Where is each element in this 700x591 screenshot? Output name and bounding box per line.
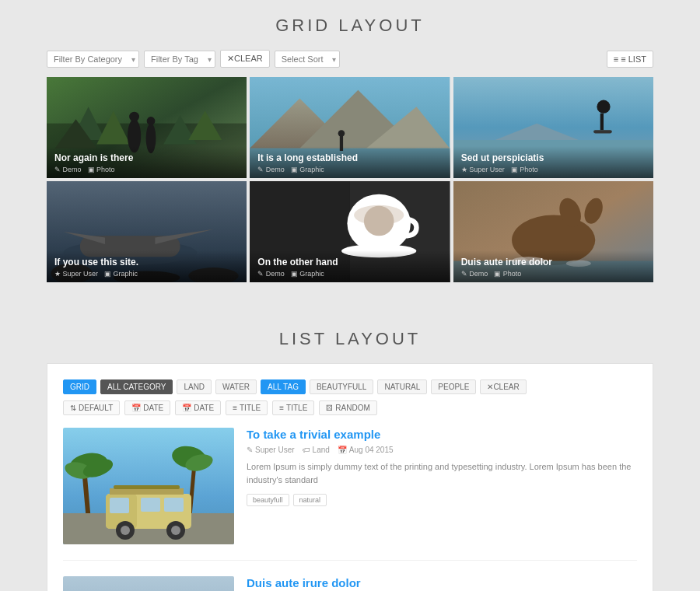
list-tag-beautyfull: beautyfull (247, 494, 289, 506)
grid-item-2-meta: ✎ Demo ▣ Graphic (257, 166, 442, 173)
list-item-2: Duis aute irure dolor ✎ Super User 🏷 Wat… (63, 576, 637, 591)
svg-point-10 (147, 117, 156, 125)
grid-item-1-meta: ✎ Demo ▣ Photo (54, 166, 239, 173)
svg-rect-60 (141, 498, 160, 512)
svg-rect-66 (110, 488, 184, 495)
filter-land-btn[interactable]: LAND (177, 379, 212, 394)
list-label: ≡ LIST (621, 54, 646, 64)
svg-rect-68 (63, 576, 234, 591)
grid-item-4-tag-2: ▣ Graphic (104, 270, 138, 278)
list-icon: ≡ (614, 54, 618, 64)
grid-item-5-tag-2: ▣ Graphic (291, 270, 324, 278)
grid-item-3-meta: ★ Super User ▣ Photo (461, 166, 646, 173)
list-content-2: Duis aute irure dolor ✎ Super User 🏷 Wat… (247, 576, 637, 591)
sort-title-desc-btn[interactable]: ≡ TITLE (272, 400, 314, 415)
grid-filter-bar: Filter By Category Filter By Tag ✕CLEAR … (47, 50, 653, 68)
svg-point-8 (129, 112, 139, 122)
svg-rect-59 (110, 498, 129, 513)
filter-water-btn[interactable]: WATER (215, 379, 257, 394)
svg-rect-20 (600, 114, 603, 130)
sort-bar: ⇅ DEFAULT 📅 DATE 📅 DATE ≡ TITLE ≡ TITLE … (63, 400, 637, 415)
sort-default-btn[interactable]: ⇅ DEFAULT (63, 400, 120, 415)
sort-date-asc-btn[interactable]: 📅 DATE (124, 400, 170, 415)
grid-item-3-title: Sed ut perspiciatis (461, 152, 646, 163)
sort-date-desc-btn[interactable]: 📅 DATE (175, 400, 221, 415)
filter-natural-btn[interactable]: NATURAL (377, 379, 427, 394)
list-date-1: 📅 Aug 04 2015 (338, 446, 394, 454)
grid-item-1[interactable]: Nor again is there ✎ Demo ▣ Photo (47, 77, 247, 178)
grid-item-1-title: Nor again is there (54, 152, 239, 163)
grid-item-6-meta: ✎ Demo ▣ Photo (461, 270, 646, 278)
grid-item-3[interactable]: Sed ut perspiciatis ★ Super User ▣ Photo (453, 77, 653, 178)
svg-rect-61 (164, 498, 184, 512)
sort-filter[interactable]: Select Sort (275, 51, 340, 68)
list-thumb-2 (63, 576, 234, 591)
list-title-2[interactable]: Duis aute irure dolor (247, 576, 637, 589)
grid-layout-title: GRID LAYOUT (47, 16, 653, 36)
grid-item-3-tag-2: ▣ Photo (511, 166, 538, 173)
tag-filter-wrap: Filter By Tag (144, 51, 215, 68)
category-filter[interactable]: Filter By Category (47, 51, 139, 68)
svg-point-65 (171, 526, 180, 535)
grid-item-6-tag-1: ✎ Demo (461, 270, 488, 278)
list-content-1: To take a trivial example ✎ Super User 🏷… (247, 428, 637, 544)
list-thumb-1 (63, 428, 234, 544)
list-title-1[interactable]: To take a trivial example (247, 428, 637, 441)
list-view-button[interactable]: ≡ ≡ LIST (607, 51, 653, 68)
list-tag-natural-1: natural (293, 494, 327, 506)
sort-title-asc-btn[interactable]: ≡ TITLE (226, 400, 268, 415)
grid-item-4-tag-1: ★ Super User (54, 270, 98, 278)
grid-item-2[interactable]: It is a long established ✎ Demo ▣ Graphi… (250, 77, 450, 178)
list-section: GRID ALL CATEGORY LAND WATER ALL TAG BEA… (47, 363, 653, 591)
list-meta-1: ✎ Super User 🏷 Land 📅 Aug 04 2015 (247, 446, 637, 454)
grid-item-3-overlay: Sed ut perspiciatis ★ Super User ▣ Photo (453, 146, 653, 178)
filter-clear-btn[interactable]: ✕CLEAR (480, 379, 526, 394)
grid-item-6-tag-2: ▣ Photo (494, 270, 521, 278)
list-author-1: ✎ Super User (247, 446, 295, 454)
svg-point-17 (338, 130, 345, 137)
grid-item-2-title: It is a long established (257, 152, 442, 163)
svg-rect-67 (114, 485, 180, 489)
sort-random-btn[interactable]: ⚄ RANDOM (319, 400, 376, 415)
clear-button[interactable]: ✕CLEAR (220, 50, 270, 68)
list-filter-bar: GRID ALL CATEGORY LAND WATER ALL TAG BEA… (63, 379, 637, 394)
svg-point-38 (364, 206, 394, 236)
grid-container: Nor again is there ✎ Demo ▣ Photo (47, 77, 653, 282)
grid-item-2-tag-2: ▣ Graphic (291, 166, 324, 173)
filter-people-btn[interactable]: PEOPLE (431, 379, 476, 394)
clear-label: ✕CLEAR (227, 54, 263, 64)
grid-item-4-overlay: If you use this site. ★ Super User ▣ Gra… (47, 250, 247, 282)
grid-item-6-overlay: Duis aute irure dolor ✎ Demo ▣ Photo (453, 250, 653, 282)
filter-all-category-btn[interactable]: ALL CATEGORY (100, 379, 173, 394)
category-filter-wrap: Filter By Category (47, 51, 139, 68)
filter-all-tag-btn[interactable]: ALL TAG (261, 379, 306, 394)
grid-item-4[interactable]: If you use this site. ★ Super User ▣ Gra… (47, 181, 247, 282)
grid-item-5-title: On the other hand (257, 257, 442, 268)
grid-item-6-title: Duis aute irure dolor (461, 257, 646, 268)
list-desc-1: Lorem Ipsum is simply dummy text of the … (247, 460, 637, 486)
svg-point-63 (121, 526, 130, 535)
grid-item-4-meta: ★ Super User ▣ Graphic (54, 270, 239, 278)
grid-item-6[interactable]: Duis aute irure dolor ✎ Demo ▣ Photo (453, 181, 653, 282)
filter-beautyfull-btn[interactable]: BEAUTYFULL (310, 379, 373, 394)
grid-item-1-overlay: Nor again is there ✎ Demo ▣ Photo (47, 146, 247, 178)
grid-item-4-title: If you use this site. (54, 257, 239, 268)
grid-item-1-tag-1: ✎ Demo (54, 166, 82, 173)
grid-item-5-meta: ✎ Demo ▣ Graphic (257, 270, 442, 278)
list-layout-title: LIST LAYOUT (47, 329, 653, 349)
grid-item-3-tag-1: ★ Super User (461, 166, 505, 173)
list-category-1: 🏷 Land (303, 446, 330, 454)
grid-item-2-overlay: It is a long established ✎ Demo ▣ Graphi… (250, 146, 450, 178)
svg-point-19 (597, 100, 610, 114)
grid-item-5-tag-1: ✎ Demo (257, 270, 285, 278)
tag-filter[interactable]: Filter By Tag (144, 51, 215, 68)
grid-item-1-tag-2: ▣ Photo (88, 166, 115, 173)
list-tags-1: beautyfull natural (247, 494, 637, 506)
grid-item-5[interactable]: On the other hand ✎ Demo ▣ Graphic (250, 181, 450, 282)
grid-item-5-overlay: On the other hand ✎ Demo ▣ Graphic (250, 250, 450, 282)
sort-filter-wrap: Select Sort (275, 51, 340, 68)
filter-grid-btn[interactable]: GRID (63, 379, 96, 394)
list-item-1: To take a trivial example ✎ Super User 🏷… (63, 428, 637, 561)
grid-item-2-tag-1: ✎ Demo (257, 166, 285, 173)
svg-rect-21 (593, 130, 612, 133)
